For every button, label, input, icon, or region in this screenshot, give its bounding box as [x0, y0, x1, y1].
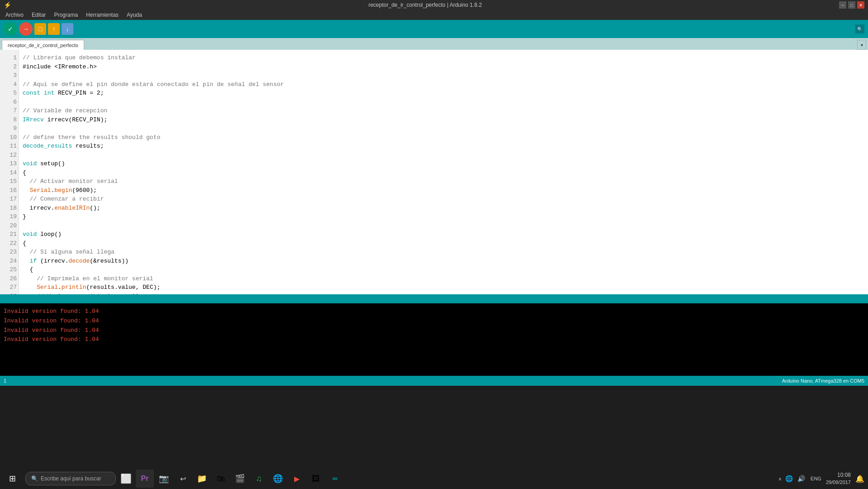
code-line-12 [23, 151, 864, 160]
titlebar-icon: ⚡ [4, 1, 11, 9]
menu-item-programa[interactable]: Programa [50, 11, 81, 19]
code-line-1: // Libreria que debemos instalar [23, 53, 864, 62]
close-button[interactable]: ✕ [857, 1, 864, 9]
clock-date: 29/09/2017 [826, 479, 851, 486]
menu-item-archivo[interactable]: Archivo [2, 11, 27, 19]
code-line-9 [23, 124, 864, 133]
console-line: Invalid version found: 1.04 [4, 316, 864, 326]
titlebar-controls: ─ □ ✕ [839, 1, 864, 9]
menubar: ArchivoEditarProgramaHerramientasAyuda [0, 10, 868, 20]
code-line-4: // Aqui se define el pin donde estará co… [23, 80, 864, 89]
line-numbers: 1234567891011121314151617181920212223242… [0, 50, 19, 294]
minimize-button[interactable]: ─ [839, 1, 846, 9]
clock-display[interactable]: 10:08 29/09/2017 [826, 471, 851, 486]
photos-icon: 🖼 [312, 474, 320, 484]
code-line-11: decode_results results; [23, 142, 864, 151]
taskbar-arduino-icon[interactable]: ∞ [326, 470, 344, 488]
board-info: Arduino Nano, ATmega328 en COM5 [782, 378, 864, 384]
network-icon[interactable]: 🌐 [784, 474, 794, 483]
task-view-icon: ⬜ [120, 473, 132, 484]
windows-icon: ⊞ [9, 474, 16, 484]
code-line-14: { [23, 168, 864, 177]
code-line-17: // Comenzar a recibir [23, 195, 864, 204]
taskbar-youtube-icon[interactable]: ▶ [288, 470, 306, 488]
code-line-7: // Variable de recepcion [23, 106, 864, 115]
code-line-27: Serial.println(results.value, DEC); [23, 283, 864, 292]
menu-item-herramientas[interactable]: Herramientas [82, 11, 122, 19]
taskbar-spotify-icon[interactable]: ♫ [250, 470, 268, 488]
code-line-19: } [23, 212, 864, 221]
tab-receptor[interactable]: receptor_de_ir_control_perfecto [2, 40, 84, 50]
code-line-13: void setup() [23, 159, 864, 168]
files-icon: 📁 [197, 474, 207, 484]
taskbar-instagram-icon[interactable]: 📷 [155, 470, 173, 488]
menu-item-editar[interactable]: Editar [28, 11, 49, 19]
code-line-2: #include <IRremote.h> [23, 62, 864, 72]
console-line: Invalid version found: 1.04 [4, 326, 864, 336]
code-line-23: // Si alguna señal llega [23, 248, 864, 257]
toolbar: ✓ → □ ↑ ↓ 🔍 [0, 20, 868, 38]
menu-item-ayuda[interactable]: Ayuda [123, 11, 146, 19]
code-line-6 [23, 98, 864, 107]
console-divider [0, 294, 868, 303]
notification-icon[interactable]: 🔔 [854, 474, 866, 484]
task-view-button[interactable]: ⬜ [117, 470, 135, 488]
upload-button[interactable]: → [19, 22, 33, 36]
serial-monitor-button[interactable]: 🔍 [855, 24, 864, 34]
code-line-25: { [23, 265, 864, 274]
new-button[interactable]: □ [34, 23, 46, 35]
tabs-bar: receptor_de_ir_control_perfecto ▾ [0, 38, 868, 50]
taskbar-premiere-icon[interactable]: Pr [136, 470, 154, 488]
taskbar-chrome-icon[interactable]: 🌐 [269, 470, 287, 488]
save-button[interactable]: ↓ [62, 23, 73, 35]
code-line-20 [23, 221, 864, 230]
youtube-icon: ▶ [294, 475, 300, 483]
open-button[interactable]: ↑ [48, 23, 60, 35]
console-line: Invalid version found: 1.04 [4, 307, 864, 316]
code-line-5: const int RECV_PIN = 2; [23, 89, 864, 98]
store-icon: 🛍 [217, 474, 225, 484]
line-number-display: 1 [4, 378, 6, 384]
console-line: Invalid version found: 1.04 [4, 335, 864, 345]
instagram-icon: 📷 [159, 474, 169, 484]
arduino-icon: ∞ [332, 475, 337, 483]
code-line-21: void loop() [23, 230, 864, 239]
titlebar-title: receptor_de_ir_control_perfecto | Arduin… [368, 2, 482, 8]
code-editor[interactable]: 1234567891011121314151617181920212223242… [0, 50, 868, 294]
code-content: // Libreria que debemos instalar#include… [23, 53, 864, 294]
taskbar-back-icon[interactable]: ↩ [174, 470, 192, 488]
taskbar: ⊞ 🔍 Escribe aquí para buscar ⬜ Pr 📷 ↩ 📁 … [0, 468, 868, 489]
taskbar-photos-icon[interactable]: 🖼 [307, 470, 325, 488]
code-line-8: IRrecv irrecv(RECV_PIN); [23, 115, 864, 125]
status-bar: 1 Arduino Nano, ATmega328 en COM5 [0, 376, 868, 386]
code-line-10: // define there the results should goto [23, 133, 864, 142]
code-line-26: // Imprimela en el monitor serial [23, 274, 864, 283]
clock-time: 10:08 [826, 471, 851, 479]
spotify-icon: ♫ [256, 474, 262, 484]
maximize-button[interactable]: □ [848, 1, 855, 9]
search-placeholder: Escribe aquí para buscar [41, 475, 101, 482]
media-icon: 🎬 [235, 474, 245, 484]
console-output: Invalid version found: 1.04Invalid versi… [0, 303, 868, 376]
taskbar-store-icon[interactable]: 🛍 [212, 470, 230, 488]
taskbar-media-icon[interactable]: 🎬 [231, 470, 249, 488]
code-line-16: Serial.begin(9600); [23, 186, 864, 195]
titlebar: ⚡ receptor_de_ir_control_perfecto | Ardu… [0, 0, 868, 10]
tray-expand-icon[interactable]: ∧ [778, 476, 782, 481]
code-line-3 [23, 71, 864, 80]
language-indicator[interactable]: ENG [809, 475, 823, 482]
volume-icon[interactable]: 🔊 [796, 474, 806, 483]
code-line-22: { [23, 239, 864, 248]
code-line-28: // Vuelve a recibir lo que llegue [23, 292, 864, 295]
verify-button[interactable]: ✓ [4, 22, 17, 36]
chrome-icon: 🌐 [273, 474, 283, 484]
system-tray: ∧ 🌐 🔊 ENG 10:08 29/09/2017 🔔 [778, 471, 866, 486]
premiere-icon: Pr [141, 475, 149, 483]
start-button[interactable]: ⊞ [2, 470, 23, 488]
search-box[interactable]: 🔍 Escribe aquí para buscar [25, 472, 116, 485]
taskbar-files-icon[interactable]: 📁 [193, 470, 211, 488]
code-line-18: irrecv.enableIRIn(); [23, 204, 864, 213]
search-icon: 🔍 [31, 475, 38, 482]
code-line-15: // Activar monitor serial [23, 177, 864, 186]
tab-scroll-button[interactable]: ▾ [857, 40, 866, 50]
